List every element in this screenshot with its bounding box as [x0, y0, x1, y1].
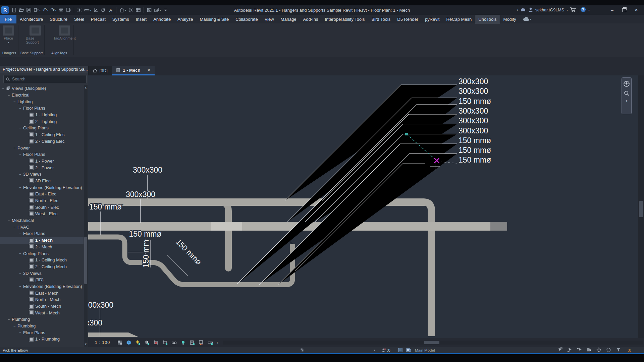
reveal-hidden-elements-icon[interactable]: [171, 340, 177, 346]
steering-wheel-icon[interactable]: [623, 80, 630, 87]
scroll-down-icon[interactable]: ▼: [84, 342, 88, 347]
tree-item-ceiling-plans[interactable]: −Ceiling Plans: [0, 125, 84, 131]
tree-item-floor-plans[interactable]: −Floor Plans: [0, 151, 84, 158]
section-icon[interactable]: [77, 7, 82, 13]
close-inactive-icon[interactable]: [147, 7, 152, 13]
close-inactive-button[interactable]: [146, 6, 153, 14]
user-menu-caret-icon[interactable]: ▾: [567, 9, 568, 12]
tree-item-electrical[interactable]: −Electrical: [0, 92, 84, 99]
tree-item-2-ceiling-elec[interactable]: 2 - Ceiling Elec: [0, 138, 84, 145]
duct-size-tag[interactable]: 300x300: [126, 190, 155, 199]
help-menu-caret-icon[interactable]: ▾: [588, 9, 590, 12]
section-button[interactable]: [76, 6, 83, 14]
search-binoculars-icon[interactable]: [520, 7, 526, 13]
ribbon-tab-modify[interactable]: Modify: [500, 15, 520, 23]
sun-study-button[interactable]: [127, 6, 134, 14]
collapse-expander-icon[interactable]: −: [13, 324, 17, 328]
tree-item-3d-views[interactable]: −3D Views: [0, 171, 84, 178]
duct-size-tag[interactable]: 300x300: [459, 116, 488, 125]
schedule-list-icon[interactable]: [136, 7, 141, 13]
ribbon-tab-view[interactable]: View: [261, 15, 277, 23]
file-tab[interactable]: File: [0, 15, 16, 23]
collapse-expander-icon[interactable]: −: [8, 219, 12, 223]
duct-branch-vertical[interactable]: [220, 202, 228, 268]
base-support-button[interactable]: Base Support: [26, 25, 45, 44]
view-tab--3d-[interactable]: {3D}: [88, 66, 112, 75]
search-input[interactable]: Search: [3, 75, 87, 83]
minimize-button[interactable]: –: [607, 6, 617, 14]
temporary-view-properties-icon[interactable]: [189, 340, 195, 346]
tree-item-1-plumbing[interactable]: 1 - Plumbing: [0, 336, 84, 343]
pipe-size-tag[interactable]: 150 mmø: [89, 202, 122, 211]
tree-item-3d-elec[interactable]: 3D Elec: [0, 178, 84, 184]
select-links-icon[interactable]: [557, 347, 562, 353]
tree-item-elevations-building-elevation-[interactable]: −Elevations (Building Elevation): [0, 184, 84, 191]
align-dim-button[interactable]: [93, 6, 99, 14]
browser-scrollbar[interactable]: ▲ ▼: [84, 85, 88, 347]
open-folder-icon[interactable]: [19, 7, 24, 13]
transfer-button[interactable]: ▾: [33, 6, 41, 14]
canvas-vscroll-thumb[interactable]: [639, 201, 643, 217]
crop-view-icon[interactable]: [153, 340, 159, 346]
radial-dim-icon[interactable]: [101, 7, 106, 13]
duct-size-tag[interactable]: 300x300: [459, 87, 488, 96]
tree-item-ceiling-plans[interactable]: −Ceiling Plans: [0, 250, 84, 257]
drag-on-selection-icon[interactable]: [596, 347, 601, 353]
tree-item-2-power[interactable]: 2 - Power: [0, 164, 84, 171]
ribbon-tab-add-ins[interactable]: Add-Ins: [300, 15, 322, 23]
collapse-expander-icon[interactable]: −: [19, 185, 23, 189]
duct-size-tag[interactable]: 300x300: [133, 166, 162, 174]
project-browser-header[interactable]: Project Browser - Hangers and Supports S…: [0, 66, 88, 73]
tree-item-views-discipline-[interactable]: −Views (Discipline): [0, 85, 84, 92]
browser-scrollbar-thumb[interactable]: [84, 237, 87, 284]
collapse-expander-icon[interactable]: −: [19, 106, 23, 110]
tree-item-2-lighting[interactable]: 2 - Lighting: [0, 118, 84, 125]
worksharing-display-icon[interactable]: [198, 340, 204, 346]
tree-item-plumbing[interactable]: −Plumbing: [0, 323, 84, 329]
drawing-area[interactable]: ! 300x300 300x300 1: [88, 75, 638, 338]
duct-size-tag[interactable]: 300x300: [459, 107, 488, 115]
save-icon[interactable]: [26, 7, 32, 13]
collapse-expander-icon[interactable]: −: [19, 330, 23, 335]
pipe-size-tag[interactable]: 150 mmø: [129, 230, 161, 238]
crop-region-visibility-icon[interactable]: [162, 340, 168, 346]
collapse-expander-icon[interactable]: −: [19, 271, 23, 275]
schedule-list-button[interactable]: [135, 6, 142, 14]
duct-bottom-left[interactable]: [88, 333, 138, 337]
tree-item-1-ceiling-elec[interactable]: 1 - Ceiling Elec: [0, 131, 84, 138]
duct-size-tag[interactable]: 300x300: [459, 77, 488, 86]
signed-in-user[interactable]: sekhar.tG9LMS: [535, 8, 564, 12]
ribbon-tab-manage[interactable]: Manage: [277, 15, 300, 23]
collapse-expander-icon[interactable]: −: [8, 93, 12, 97]
tree-item-power[interactable]: −Power: [0, 144, 84, 151]
collapse-expander-icon[interactable]: −: [19, 284, 23, 288]
home-icon[interactable]: [92, 68, 97, 73]
hscroll-left-chevron-icon[interactable]: ‹: [217, 340, 218, 345]
tree-item-1-ceiling-mech[interactable]: 1 - Ceiling Mech: [0, 257, 84, 263]
ribbon-tab-insert[interactable]: Insert: [132, 15, 150, 23]
pipe-size-tag[interactable]: 150 mmø: [174, 237, 203, 266]
project-browser-close-icon[interactable]: ✕: [88, 67, 89, 72]
measure-button[interactable]: ▾: [84, 6, 92, 14]
shadows-icon[interactable]: [144, 340, 150, 346]
tree-item-1-lighting[interactable]: 1 - Lighting: [0, 112, 84, 118]
ribbon-tab-annotate[interactable]: Annotate: [150, 15, 174, 23]
cart-icon[interactable]: [570, 7, 576, 13]
tree-item-west-mech[interactable]: West - Mech: [0, 309, 84, 316]
open-folder-button[interactable]: [18, 6, 25, 14]
tree-item-east-mech[interactable]: East - Mech: [0, 290, 84, 296]
ribbon-tab-systems[interactable]: Systems: [109, 15, 132, 23]
view-tab-1-mech[interactable]: 1 - Mech✕: [112, 66, 155, 75]
align-dim-icon[interactable]: [93, 7, 99, 13]
select-underlay-icon[interactable]: [567, 347, 572, 353]
text-note-button[interactable]: A: [107, 6, 114, 14]
worksets-icon[interactable]: [300, 347, 305, 353]
radial-dim-button[interactable]: [100, 6, 107, 14]
collapse-expander-icon[interactable]: −: [8, 317, 12, 321]
ribbon-tab-precast[interactable]: Precast: [88, 15, 109, 23]
tree-item-3d-views[interactable]: −3D Views: [0, 270, 84, 277]
design-options-icon[interactable]: [398, 347, 403, 353]
ribbon-tab-unotools[interactable]: UnoTools: [475, 15, 500, 23]
file-doc-button[interactable]: [11, 6, 17, 14]
ribbon-tab-recap-mesh[interactable]: ReCap Mesh: [443, 15, 475, 23]
